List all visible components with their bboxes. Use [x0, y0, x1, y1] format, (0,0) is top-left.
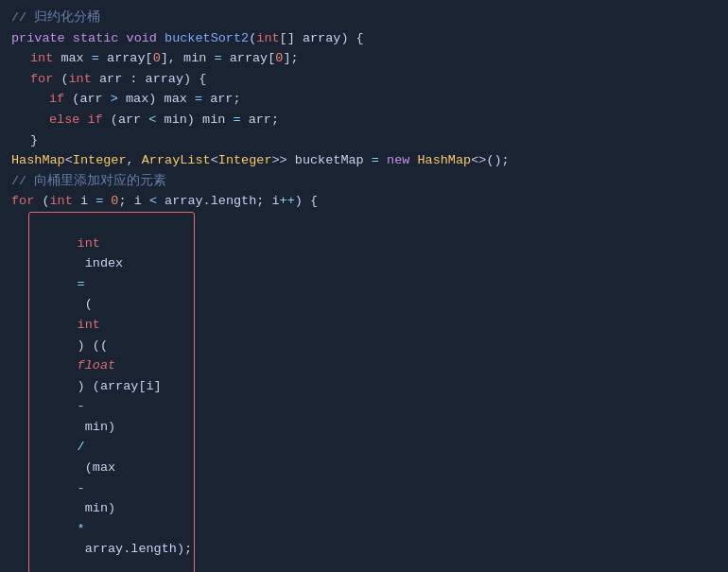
- keyword-for2: for: [11, 191, 34, 212]
- keyword-private: private: [11, 28, 65, 49]
- line-else-if-min: else if (arr < min) min = arr;: [11, 110, 717, 130]
- class-integer2: Integer: [218, 150, 272, 171]
- class-hashmap2: HashMap: [417, 150, 471, 171]
- line-max-min: int max = array[ 0 ], min = array[ 0 ];: [11, 48, 717, 69]
- op-minus1: -: [78, 399, 85, 413]
- keyword-new1: new: [387, 150, 409, 171]
- line-hashmap: HashMap < Integer , ArrayList < Integer …: [11, 150, 717, 171]
- op-eq5: =: [372, 150, 379, 171]
- comment-add-elements: // 向桶里添加对应的元素: [11, 171, 166, 192]
- op-mul: *: [78, 522, 85, 536]
- line-if-max: if (arr > max) max = arr;: [11, 89, 717, 110]
- keyword-if2: if: [88, 110, 103, 130]
- comment-text: // 归约化分桶: [11, 8, 100, 28]
- keyword-for1: for: [30, 69, 53, 90]
- line-comment-title: // 归约化分桶: [11, 8, 717, 28]
- op-eq6: =: [95, 191, 103, 212]
- line-highlighted: int index = ( int ) (( float ) (array[i]…: [11, 212, 717, 572]
- num-0a: 0: [153, 48, 161, 69]
- op-div: /: [78, 440, 85, 454]
- method-bucketsort2: bucketSort2: [165, 28, 249, 49]
- type-int-3: int: [69, 69, 92, 90]
- op-lt: <: [148, 110, 156, 130]
- op-eq3: =: [195, 89, 202, 110]
- op-eq2: =: [214, 48, 221, 69]
- op-minus2: -: [78, 481, 85, 495]
- type-int-4: int: [50, 191, 73, 212]
- line-for1: for ( int arr : array) {: [11, 69, 717, 90]
- op-inc: ++: [280, 191, 295, 212]
- class-arraylist1: ArrayList: [142, 150, 211, 171]
- op-gt: >: [111, 89, 118, 110]
- class-integer1: Integer: [73, 150, 127, 171]
- type-int-cast: int: [78, 318, 100, 332]
- line-brace1: }: [11, 130, 717, 151]
- line-method-signature: private static void bucketSort2 ( int []…: [11, 28, 717, 49]
- op-eq1: =: [92, 48, 99, 69]
- op-eq4: =: [233, 110, 240, 130]
- type-float-cast: float: [78, 358, 116, 373]
- class-hashmap: HashMap: [11, 150, 65, 171]
- keyword-else1: else: [49, 110, 79, 130]
- type-int-hl: int: [78, 236, 100, 251]
- line-comment2: // 向桶里添加对应的元素: [11, 171, 717, 192]
- op-lt2: <: [149, 191, 157, 212]
- num-0b: 0: [275, 48, 283, 69]
- line-for2: for ( int i = 0 ; i < array.length; i ++…: [11, 191, 717, 212]
- keyword-static: static: [73, 28, 119, 49]
- highlighted-code: int index = ( int ) (( float ) (array[i]…: [28, 212, 195, 572]
- keyword-if1: if: [49, 89, 64, 110]
- num-0c: 0: [111, 191, 118, 212]
- type-int-2: int: [30, 48, 53, 69]
- op-eq-hl: =: [78, 277, 85, 291]
- type-int: int: [256, 28, 279, 49]
- code-editor: // 归约化分桶 private static void bucketSort2…: [0, 0, 728, 572]
- keyword-void: void: [127, 28, 157, 49]
